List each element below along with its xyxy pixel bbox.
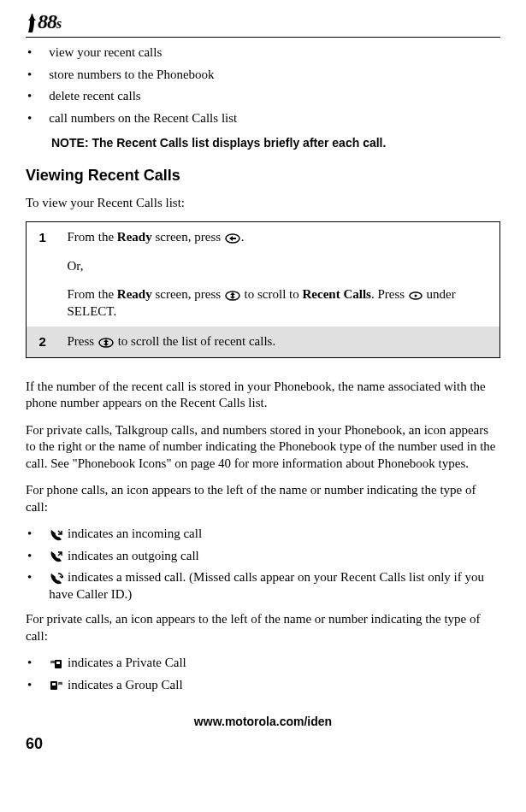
table-row: 1 From the Ready screen, press . Or, Fro… bbox=[27, 222, 500, 327]
step-number: 1 bbox=[27, 222, 59, 327]
note-label: NOTE: bbox=[51, 136, 89, 150]
section-heading: Viewing Recent Calls bbox=[26, 166, 500, 185]
paragraph: For private calls, Talkgroup calls, and … bbox=[26, 422, 500, 473]
logo: 88s bbox=[26, 9, 61, 35]
bold-text: Recent Calls bbox=[303, 287, 371, 301]
step-number: 2 bbox=[27, 327, 59, 357]
list-item: • indicates an outgoing call bbox=[26, 548, 500, 565]
outgoing-call-icon bbox=[49, 549, 64, 562]
footer-url: www.motorola.com/iden bbox=[26, 714, 500, 729]
logo-suffix: s bbox=[56, 16, 61, 31]
intro-text: To view your Recent Calls list: bbox=[26, 195, 500, 212]
text: screen, press bbox=[152, 230, 224, 244]
table-row: 2 Press to scroll the list of recent cal… bbox=[27, 327, 500, 357]
list-item: • indicates a Private Call bbox=[26, 655, 500, 672]
bullet-icon: • bbox=[27, 88, 32, 105]
bullet-icon: • bbox=[27, 655, 32, 672]
bullet-text: indicates an incoming call bbox=[49, 526, 500, 543]
text: From the bbox=[68, 287, 117, 301]
bullet-icon: • bbox=[27, 569, 32, 603]
nav-key-icon bbox=[224, 230, 241, 244]
bullet-icon: • bbox=[27, 67, 32, 84]
bullet-text: delete recent calls bbox=[49, 88, 500, 105]
list-item: • indicates a Group Call bbox=[26, 677, 500, 694]
logo-number: 88 bbox=[38, 10, 56, 32]
note-text: The Recent Calls list displays briefly a… bbox=[92, 136, 386, 150]
select-key-icon bbox=[408, 287, 423, 301]
page-number: 60 bbox=[26, 734, 500, 754]
logo-i-icon bbox=[26, 10, 38, 32]
intro-bullet-list: •view your recent calls •store numbers t… bbox=[26, 44, 500, 127]
scroll-key-icon bbox=[224, 287, 241, 301]
bullet-icon: • bbox=[27, 526, 32, 543]
step-line: From the Ready screen, press . bbox=[68, 229, 492, 246]
step-line: From the Ready screen, press to scroll t… bbox=[68, 286, 492, 320]
bullet-text: store numbers to the Phonebook bbox=[49, 67, 500, 84]
private-call-icon bbox=[49, 656, 64, 669]
text: indicates a Private Call bbox=[64, 656, 186, 669]
paragraph: If the number of the recent call is stor… bbox=[26, 379, 500, 412]
text: to scroll the list of recent calls. bbox=[115, 334, 275, 348]
list-item: •call numbers on the Recent Calls list bbox=[26, 110, 500, 127]
page-header: 88s bbox=[26, 9, 500, 38]
group-call-icon bbox=[49, 678, 64, 691]
svg-rect-8 bbox=[52, 683, 56, 685]
text: screen, press bbox=[152, 287, 224, 301]
text: to scroll to bbox=[241, 287, 303, 301]
text: indicates an incoming call bbox=[64, 527, 202, 540]
list-item: •delete recent calls bbox=[26, 88, 500, 105]
bullet-icon: • bbox=[27, 548, 32, 565]
bullet-text: indicates a Private Call bbox=[49, 655, 500, 672]
private-icon-list: • indicates a Private Call • indicates a… bbox=[26, 655, 500, 693]
list-item: • indicates a missed call. (Missed calls… bbox=[26, 569, 500, 603]
text: indicates a Group Call bbox=[64, 678, 182, 691]
step-content: From the Ready screen, press . Or, From … bbox=[59, 222, 500, 327]
text: From the bbox=[68, 230, 117, 244]
list-item: •store numbers to the Phonebook bbox=[26, 67, 500, 84]
svg-point-3 bbox=[414, 294, 417, 297]
bullet-text: indicates a Group Call bbox=[49, 677, 500, 694]
missed-call-icon bbox=[49, 570, 64, 584]
steps-table: 1 From the Ready screen, press . Or, Fro… bbox=[26, 221, 500, 358]
bullet-icon: • bbox=[27, 110, 32, 127]
scroll-key-icon bbox=[98, 334, 115, 348]
bullet-text: indicates an outgoing call bbox=[49, 548, 500, 565]
bullet-text: view your recent calls bbox=[49, 44, 500, 62]
step-content: Press to scroll the list of recent calls… bbox=[59, 327, 500, 357]
text: indicates an outgoing call bbox=[64, 549, 198, 562]
list-item: •view your recent calls bbox=[26, 44, 500, 62]
note-block: NOTE: The Recent Calls list displays bri… bbox=[51, 135, 500, 150]
incoming-call-icon bbox=[49, 527, 64, 540]
bullet-text: indicates a missed call. (Missed calls a… bbox=[49, 569, 500, 603]
text: indicates a missed call. (Missed calls a… bbox=[49, 570, 484, 601]
bold-text: Ready bbox=[117, 230, 152, 244]
bullet-icon: • bbox=[27, 677, 32, 694]
bullet-icon: • bbox=[27, 44, 32, 62]
bullet-text: call numbers on the Recent Calls list bbox=[49, 110, 500, 127]
paragraph: For phone calls, an icon appears to the … bbox=[26, 482, 500, 515]
paragraph: For private calls, an icon appears to th… bbox=[26, 611, 500, 644]
or-text: Or, bbox=[68, 258, 492, 275]
text: . Press bbox=[371, 287, 408, 301]
svg-rect-6 bbox=[56, 662, 60, 664]
text: . bbox=[241, 230, 245, 244]
bold-text: Ready bbox=[117, 287, 152, 301]
phone-icon-list: • indicates an incoming call • indicates… bbox=[26, 526, 500, 603]
list-item: • indicates an incoming call bbox=[26, 526, 500, 543]
text: Press bbox=[68, 334, 98, 348]
